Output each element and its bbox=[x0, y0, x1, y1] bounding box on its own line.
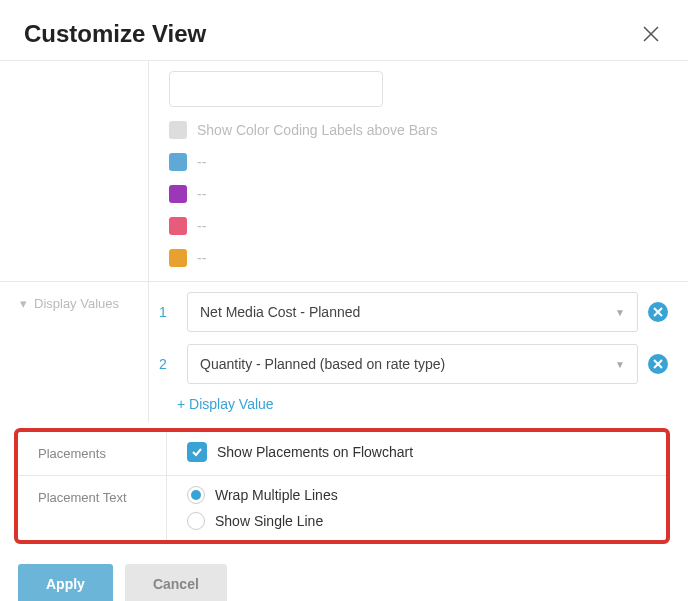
placement-text-option[interactable]: Wrap Multiple Lines bbox=[187, 486, 646, 504]
display-value-row: 2 Quantity - Planned (based on rate type… bbox=[149, 344, 668, 384]
placement-text-option[interactable]: Show Single Line bbox=[187, 512, 646, 530]
remove-icon bbox=[653, 359, 663, 369]
color-coding-input[interactable] bbox=[169, 71, 383, 107]
color-item: -- bbox=[169, 185, 668, 203]
close-button[interactable] bbox=[638, 21, 664, 47]
add-display-value-link[interactable]: + Display Value bbox=[149, 396, 668, 412]
placements-section: Placements Show Placements on Flowchart bbox=[18, 432, 666, 475]
checkbox-unchecked-icon bbox=[169, 121, 187, 139]
color-swatch-icon bbox=[169, 217, 187, 235]
radio-selected-icon bbox=[187, 486, 205, 504]
dialog-title: Customize View bbox=[24, 20, 206, 48]
cancel-button[interactable]: Cancel bbox=[125, 564, 227, 601]
section-label-display-values[interactable]: ▾ Display Values bbox=[0, 282, 148, 422]
color-item: -- bbox=[169, 153, 668, 171]
remove-value-button[interactable] bbox=[648, 354, 668, 374]
highlighted-region: Placements Show Placements on Flowchart … bbox=[14, 428, 670, 544]
placement-text-section: Placement Text Wrap Multiple Lines Show … bbox=[18, 475, 666, 540]
radio-unselected-icon bbox=[187, 512, 205, 530]
remove-icon bbox=[653, 307, 663, 317]
placements-checkbox-label: Show Placements on Flowchart bbox=[217, 444, 413, 460]
show-labels-text: Show Color Coding Labels above Bars bbox=[197, 122, 437, 138]
display-value-index: 1 bbox=[149, 304, 177, 320]
section-label-placements: Placements bbox=[18, 432, 166, 475]
show-labels-row[interactable]: Show Color Coding Labels above Bars bbox=[169, 121, 668, 139]
caret-down-icon: ▼ bbox=[615, 359, 625, 370]
color-item-label: -- bbox=[197, 154, 206, 170]
color-item-label: -- bbox=[197, 250, 206, 266]
color-item: -- bbox=[169, 249, 668, 267]
apply-button[interactable]: Apply bbox=[18, 564, 113, 601]
radio-label: Show Single Line bbox=[215, 513, 323, 529]
checkbox-checked-icon bbox=[187, 442, 207, 462]
display-value-row: 1 Net Media Cost - Planned ▼ bbox=[149, 292, 668, 332]
display-values-section: ▾ Display Values 1 Net Media Cost - Plan… bbox=[0, 281, 688, 422]
placements-checkbox-row[interactable]: Show Placements on Flowchart bbox=[187, 442, 646, 462]
color-swatch-icon bbox=[169, 185, 187, 203]
display-value-text: Net Media Cost - Planned bbox=[200, 304, 360, 320]
caret-down-icon: ▼ bbox=[615, 307, 625, 318]
remove-value-button[interactable] bbox=[648, 302, 668, 322]
dialog-footer: Apply Cancel bbox=[0, 544, 688, 601]
close-icon bbox=[642, 25, 660, 43]
section-label-placement-text: Placement Text bbox=[18, 476, 166, 540]
color-swatch-icon bbox=[169, 249, 187, 267]
color-coding-section: Color Coding Show Color Coding Labels ab… bbox=[0, 60, 688, 281]
dialog-header: Customize View bbox=[0, 0, 688, 60]
chevron-down-icon: ▾ bbox=[20, 296, 30, 311]
color-swatch-icon bbox=[169, 153, 187, 171]
display-value-select[interactable]: Quantity - Planned (based on rate type) … bbox=[187, 344, 638, 384]
section-label-color-coding: Color Coding bbox=[0, 61, 148, 281]
display-value-text: Quantity - Planned (based on rate type) bbox=[200, 356, 445, 372]
display-value-index: 2 bbox=[149, 356, 177, 372]
radio-label: Wrap Multiple Lines bbox=[215, 487, 338, 503]
color-item-label: -- bbox=[197, 186, 206, 202]
color-item: -- bbox=[169, 217, 668, 235]
color-item-label: -- bbox=[197, 218, 206, 234]
display-value-select[interactable]: Net Media Cost - Planned ▼ bbox=[187, 292, 638, 332]
